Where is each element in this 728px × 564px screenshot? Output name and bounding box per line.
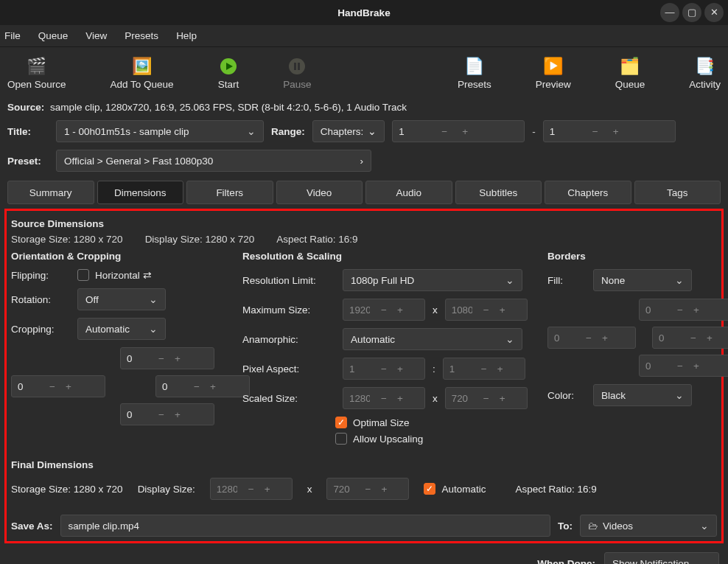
preview-button[interactable]: ▶️ Preview [536, 57, 571, 90]
window-minimize-button[interactable]: — [660, 3, 679, 22]
chevron-down-icon: ⌄ [505, 333, 514, 345]
border-bottom-spin[interactable]: −+ [639, 355, 728, 377]
toolbar: 🎬 Open Source 🖼️ Add To Queue Start Paus… [0, 47, 728, 96]
window-close-button[interactable]: ✕ [704, 3, 724, 22]
svg-rect-4 [298, 63, 300, 70]
final-display-height-spin[interactable]: −+ [326, 478, 409, 500]
log-icon: 📑 [696, 57, 715, 76]
resolution-limit-select[interactable]: 1080p Full HD⌄ [343, 269, 522, 291]
chevron-down-icon: ⌄ [675, 389, 684, 401]
menu-file[interactable]: File [4, 30, 21, 41]
pixel-aspect-x-spin[interactable]: −+ [343, 358, 425, 380]
max-width-spin[interactable]: −+ [343, 299, 425, 321]
tab-summary[interactable]: Summary [7, 181, 94, 204]
tab-filters[interactable]: Filters [186, 181, 273, 204]
storage-size-value: 1280 x 720 [74, 234, 123, 245]
range-from-spin[interactable]: −+ [392, 120, 525, 142]
range-mode-select[interactable]: Chapters: ⌄ [312, 120, 385, 142]
add-to-queue-button[interactable]: 🖼️ Add To Queue [111, 57, 174, 90]
range-to-spin[interactable]: −+ [543, 120, 676, 142]
chevron-right-icon: › [360, 156, 364, 167]
fill-select[interactable]: None⌄ [593, 269, 692, 291]
border-color-select[interactable]: Black⌄ [593, 384, 692, 406]
minus-icon[interactable]: − [434, 126, 455, 137]
display-size-value: 1280 x 720 [205, 234, 254, 245]
scaled-height-spin[interactable]: −+ [445, 387, 528, 409]
allow-upscaling-checkbox[interactable]: Allow Upscaling [335, 433, 423, 445]
crop-left-spin[interactable]: −+ [11, 375, 105, 397]
crop-bottom-spin[interactable]: −+ [120, 403, 214, 425]
to-folder-select[interactable]: 🗁Videos ⌄ [580, 515, 717, 537]
pixel-aspect-label: Pixel Aspect: [242, 363, 335, 375]
chevron-down-icon: ⌄ [675, 274, 684, 286]
activity-button[interactable]: 📑 Activity [689, 57, 721, 90]
tab-video[interactable]: Video [276, 181, 363, 204]
minus-icon[interactable]: − [585, 126, 606, 137]
border-top-spin[interactable]: −+ [639, 299, 728, 321]
images-stack-icon: 🗂️ [620, 57, 640, 76]
tab-tags[interactable]: Tags [634, 181, 721, 204]
dimensions-panel: Source Dimensions Storage Size: 1280 x 7… [4, 209, 724, 543]
tab-chapters[interactable]: Chapters [545, 181, 631, 204]
source-info: Source: sample clip, 1280x720, 16:9, 25.… [0, 96, 728, 116]
window-maximize-button[interactable]: ▢ [682, 3, 701, 22]
menu-presets[interactable]: Presets [125, 30, 158, 41]
menu-help[interactable]: Help [176, 30, 197, 41]
plus-icon[interactable]: + [455, 126, 475, 137]
folder-icon: 🗁 [588, 521, 598, 532]
preset-row: Preset: Official > General > Fast 1080p3… [0, 147, 728, 181]
range-to-input[interactable] [544, 121, 585, 142]
rotation-select[interactable]: Off⌄ [77, 288, 166, 310]
tabs: Summary Dimensions Filters Video Audio S… [0, 181, 728, 204]
crop-top-spin[interactable]: −+ [120, 347, 214, 369]
preset-select[interactable]: Official > General > Fast 1080p30 › [56, 150, 371, 172]
cropping-select[interactable]: Automatic⌄ [77, 318, 166, 340]
open-source-button[interactable]: 🎬 Open Source [7, 57, 66, 90]
tab-dimensions[interactable]: Dimensions [97, 181, 184, 204]
plus-icon[interactable]: + [606, 126, 626, 137]
start-button[interactable]: Start [218, 57, 239, 90]
pause-icon [287, 57, 307, 76]
chevron-down-icon: ⌄ [247, 125, 256, 137]
final-automatic-checkbox[interactable]: ✓Automatic [424, 483, 486, 495]
preset-label: Preset: [7, 156, 49, 167]
title-label: Title: [7, 126, 49, 137]
when-done-row: When Done: Show Notification ⌄ [0, 543, 728, 564]
flipping-label: Flipping: [11, 270, 70, 281]
when-done-label: When Done: [537, 558, 595, 565]
tab-audio[interactable]: Audio [365, 181, 452, 204]
page-gear-icon: 📄 [465, 57, 484, 76]
fill-label: Fill: [547, 275, 586, 286]
range-from-input[interactable] [393, 121, 434, 142]
save-as-input[interactable] [60, 515, 550, 537]
range-dash: - [532, 126, 536, 137]
anamorphic-select[interactable]: Automatic⌄ [343, 328, 522, 350]
border-left-spin[interactable]: −+ [547, 327, 636, 349]
max-height-spin[interactable]: −+ [445, 299, 528, 321]
presets-button[interactable]: 📄 Presets [458, 57, 491, 90]
crop-right-spin[interactable]: −+ [155, 375, 250, 397]
source-label: Source: [7, 102, 44, 113]
menu-view[interactable]: View [85, 30, 107, 41]
images-plus-icon: 🖼️ [133, 57, 152, 76]
orientation-heading: Orientation & Cropping [11, 251, 232, 262]
flip-horizontal-checkbox[interactable]: Horizontal ⇄ [77, 269, 152, 281]
final-display-width-spin[interactable]: −+ [210, 478, 293, 500]
border-right-spin[interactable]: −+ [652, 327, 728, 349]
tab-subtitles[interactable]: Subtitles [455, 181, 542, 204]
menubar: File Queue View Presets Help [0, 25, 728, 47]
range-label: Range: [271, 126, 305, 137]
source-dimensions-heading: Source Dimensions [7, 215, 721, 232]
when-done-select[interactable]: Show Notification ⌄ [604, 552, 719, 564]
chevron-down-icon: ⌄ [700, 520, 709, 532]
final-dimensions-heading: Final Dimensions [11, 456, 717, 473]
titlebar: HandBrake — ▢ ✕ [0, 0, 728, 25]
svg-point-2 [289, 58, 305, 74]
scaled-width-spin[interactable]: −+ [343, 387, 425, 409]
optimal-size-checkbox[interactable]: ✓Optimal Size [335, 417, 410, 428]
queue-button[interactable]: 🗂️ Queue [615, 57, 645, 90]
title-select[interactable]: 1 - 00h01m51s - sample clip ⌄ [56, 120, 264, 142]
menu-queue[interactable]: Queue [38, 30, 69, 41]
scaled-size-label: Scaled Size: [242, 393, 335, 404]
pixel-aspect-y-spin[interactable]: −+ [443, 358, 525, 380]
